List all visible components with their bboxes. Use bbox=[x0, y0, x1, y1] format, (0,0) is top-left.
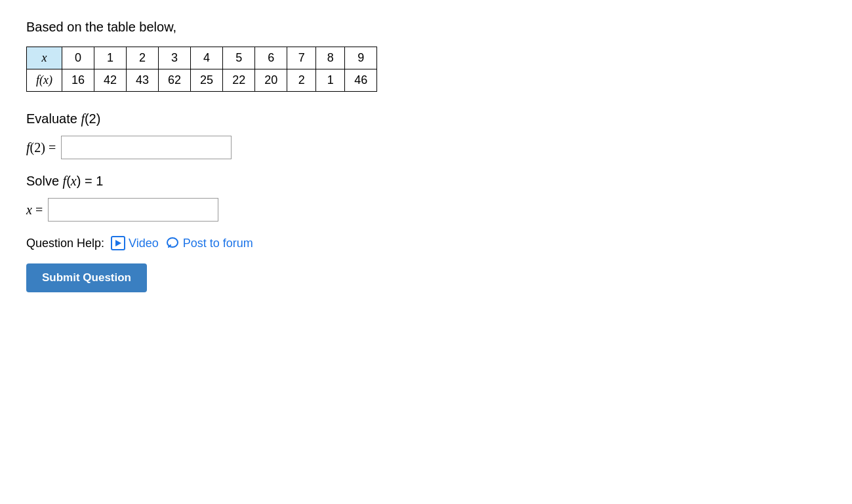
video-link[interactable]: Video bbox=[111, 236, 159, 250]
forum-link[interactable]: Post to forum bbox=[165, 236, 253, 250]
x-val-6: 6 bbox=[255, 47, 287, 69]
fx-val-5: 22 bbox=[223, 69, 255, 92]
forum-label: Post to forum bbox=[183, 237, 253, 250]
submit-button[interactable]: Submit Question bbox=[26, 263, 147, 292]
fx-val-9: 46 bbox=[345, 69, 377, 92]
intro-text: Based on the table below, bbox=[26, 20, 826, 35]
evaluate-equation-row: f(2) = bbox=[26, 136, 826, 159]
forum-icon bbox=[165, 236, 180, 250]
question-help: Question Help: Video Post to forum bbox=[26, 236, 826, 250]
question-help-label: Question Help: bbox=[26, 237, 104, 250]
x-header: x bbox=[27, 47, 62, 69]
fx-val-4: 25 bbox=[191, 69, 223, 92]
x-val-8: 8 bbox=[316, 47, 345, 69]
table-container: x 0 1 2 3 4 5 6 7 8 9 f(x) 16 42 43 62 2… bbox=[26, 47, 826, 92]
x-val-7: 7 bbox=[287, 47, 316, 69]
evaluate-eq-label: f(2) = bbox=[26, 140, 56, 155]
fx-val-7: 2 bbox=[287, 69, 316, 92]
solve-equation-row: x = bbox=[26, 198, 826, 222]
x-val-4: 4 bbox=[191, 47, 223, 69]
video-triangle-icon bbox=[115, 240, 121, 246]
evaluate-section: Evaluate f(2) f(2) = bbox=[26, 111, 826, 159]
video-icon bbox=[111, 236, 125, 250]
svg-point-0 bbox=[167, 238, 178, 247]
x-val-0: 0 bbox=[62, 47, 94, 69]
x-val-1: 1 bbox=[94, 47, 127, 69]
fx-val-1: 42 bbox=[94, 69, 127, 92]
fx-val-6: 20 bbox=[255, 69, 287, 92]
x-val-3: 3 bbox=[159, 47, 191, 69]
fx-val-2: 43 bbox=[127, 69, 159, 92]
x-val-9: 9 bbox=[345, 47, 377, 69]
x-val-2: 2 bbox=[127, 47, 159, 69]
fx-val-8: 1 bbox=[316, 69, 345, 92]
evaluate-label: Evaluate f(2) bbox=[26, 111, 826, 126]
video-label: Video bbox=[129, 237, 159, 250]
evaluate-input[interactable] bbox=[61, 136, 232, 159]
solve-section: Solve f(x) = 1 x = bbox=[26, 174, 826, 222]
solve-label: Solve f(x) = 1 bbox=[26, 174, 826, 189]
fx-val-3: 62 bbox=[159, 69, 191, 92]
fx-val-0: 16 bbox=[62, 69, 94, 92]
x-val-5: 5 bbox=[223, 47, 255, 69]
solve-input[interactable] bbox=[48, 198, 218, 222]
solve-eq-label: x = bbox=[26, 203, 43, 218]
fx-header: f(x) bbox=[27, 69, 62, 92]
data-table: x 0 1 2 3 4 5 6 7 8 9 f(x) 16 42 43 62 2… bbox=[26, 47, 377, 92]
